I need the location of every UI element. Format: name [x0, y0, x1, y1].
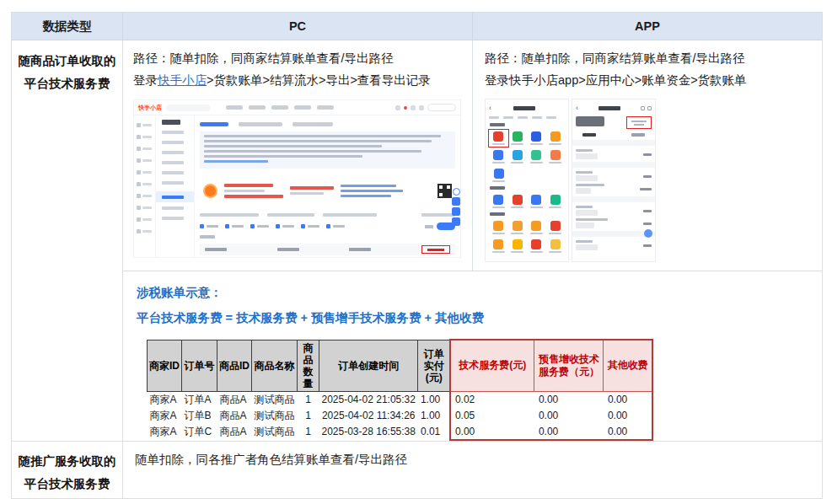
row-label-promo-fee: 随推广服务收取的 平台技术服务费 — [12, 442, 123, 498]
pc-path-text: 路径：随单扣除，同商家结算账单查看/导出路径 — [133, 47, 462, 69]
app-icon-row — [489, 148, 565, 165]
pc-shot-topbar: 快手小店 — [134, 100, 460, 115]
section-label — [490, 212, 505, 216]
section-label — [490, 123, 505, 126]
top-nav — [226, 105, 334, 110]
pc-shot-submenu — [156, 115, 195, 257]
bill-column-headers — [576, 133, 652, 137]
row-label-line2: 平台技术服务费 — [12, 473, 122, 496]
app-icon-row — [489, 238, 565, 255]
app-icon-row — [489, 219, 565, 236]
col-product-id: 商品ID — [217, 340, 252, 391]
header-cell-data-type: 数据类型 — [12, 13, 123, 40]
sample-table-row: 商家A 订单B 商品A 测试商品 1 2025-04-02 11:34:26 1… — [148, 408, 652, 424]
result-table-header — [200, 244, 455, 255]
floating-toolbar — [452, 188, 460, 226]
col-order-no: 订单号 — [182, 340, 217, 391]
app-center-tabs — [489, 116, 565, 119]
col-tech-fee: 技术服务费(元) — [450, 340, 534, 391]
app-path-text: 路径：随单扣除，同商家结算账单查看/导出路径 — [485, 47, 810, 69]
row-label-line1: 随商品订单收取的 — [12, 50, 122, 72]
tax-section-title: 涉税账单示意： — [137, 282, 808, 303]
notification-dot-icon — [404, 106, 407, 110]
pc-login-prefix: 登录 — [133, 73, 158, 87]
fee-doc-table: 数据类型 PC APP 随商品订单收取的 平台技术服务费 路径：随单扣除，同商家… — [11, 12, 823, 499]
header-cell-app: APP — [473, 13, 822, 40]
app-icon-row — [489, 167, 565, 184]
account-selector — [576, 116, 604, 126]
header-cell-pc: PC — [123, 13, 473, 40]
pc-shot-main — [195, 115, 460, 257]
col-merchant-id: 商家ID — [148, 340, 182, 391]
row-label-product-fee: 随商品订单收取的 平台技术服务费 — [12, 40, 123, 442]
back-icon: ‹ — [489, 105, 491, 112]
kwai-shop-logo: 快手小店 — [138, 104, 162, 112]
export-record-highlight — [421, 245, 450, 254]
sample-bill-table: 商家ID 订单号 商品ID 商品名称 商品数量 订单创建时间 订单实付(元) 技… — [147, 339, 653, 441]
col-create-time: 订单创建时间 — [319, 340, 418, 391]
tax-service-card — [200, 172, 455, 209]
col-presale-fee: 预售增收技术服务费（元） — [534, 340, 604, 391]
bill-filter-highlight — [626, 116, 652, 129]
search-input — [166, 105, 210, 111]
kwai-shop-link[interactable]: 快手小店 — [158, 73, 207, 87]
row-label-line1: 随推广服务收取的 — [12, 450, 122, 473]
payment-bill-screen: ‹ — [572, 99, 656, 262]
header-action-icons — [641, 106, 652, 110]
row-label-line2: 平台技术服务费 — [12, 72, 122, 95]
floating-action-button — [644, 229, 652, 238]
pc-login-suffix: >货款账单>结算流水>导出>查看导出记录 — [207, 73, 431, 87]
tax-fee-formula: 平台技术服务费 = 技术服务费 + 预售增手技术服务费 + 其他收费 — [137, 310, 808, 326]
app-icon-row — [489, 193, 565, 210]
qr-code — [437, 184, 452, 198]
app-icon-row — [489, 130, 565, 147]
app-login-path: 登录快手小店app>应用中心>账单资金>货款账单 — [485, 69, 810, 91]
topbar-icons — [395, 104, 456, 111]
pc-admin-screenshot: 快手小店 — [133, 99, 461, 258]
checkbox-row — [200, 223, 455, 230]
sample-table-row: 商家A 订单A 商品A 测试商品 1 2025-04-02 21:05:32 1… — [148, 391, 652, 408]
promo-fee-content: 随单扣除，同各推广者角色结算账单查看/导出路径 — [123, 442, 822, 498]
emblem-icon — [203, 184, 217, 198]
col-other-fee: 其他收费 — [604, 340, 652, 391]
back-icon: ‹ — [576, 105, 578, 112]
col-quantity: 商品数量 — [298, 340, 319, 391]
tax-bill-section: 涉税账单示意： 平台技术服务费 = 技术服务费 + 预售增手技术服务费 + 其他… — [123, 271, 822, 442]
col-product-name: 商品名称 — [252, 340, 298, 391]
pc-login-path: 登录快手小店>货款账单>结算流水>导出>查看导出记录 — [133, 69, 462, 91]
bill-tabs — [200, 119, 455, 129]
app-screenshots: ‹ ‹ — [485, 99, 810, 262]
filter-row — [200, 213, 455, 217]
pc-shot-sidebar-icons — [134, 115, 156, 257]
sample-table-row: 商家A 订单C 商品A 测试商品 1 2025-03-28 16:55:38 0… — [148, 424, 652, 440]
app-center-screen: ‹ — [485, 99, 569, 262]
app-center-title — [513, 106, 535, 110]
sample-table-header-row: 商家ID 订单号 商品ID 商品名称 商品数量 订单创建时间 订单实付(元) 技… — [148, 340, 652, 391]
notice-panel — [200, 131, 455, 169]
app-column-cell: 路径：随单扣除，同商家结算账单查看/导出路径 登录快手小店app>应用中心>账单… — [473, 40, 822, 271]
section-label — [490, 186, 505, 190]
submenu-title — [162, 120, 180, 125]
submenu-selected-item — [156, 191, 194, 202]
col-paid-amount: 订单实付(元) — [418, 340, 450, 391]
pc-column-cell: 路径：随单扣除，同商家结算账单查看/导出路径 登录快手小店>货款账单>结算流水>… — [123, 40, 473, 271]
account-pill — [427, 104, 456, 111]
bill-title — [599, 106, 620, 110]
